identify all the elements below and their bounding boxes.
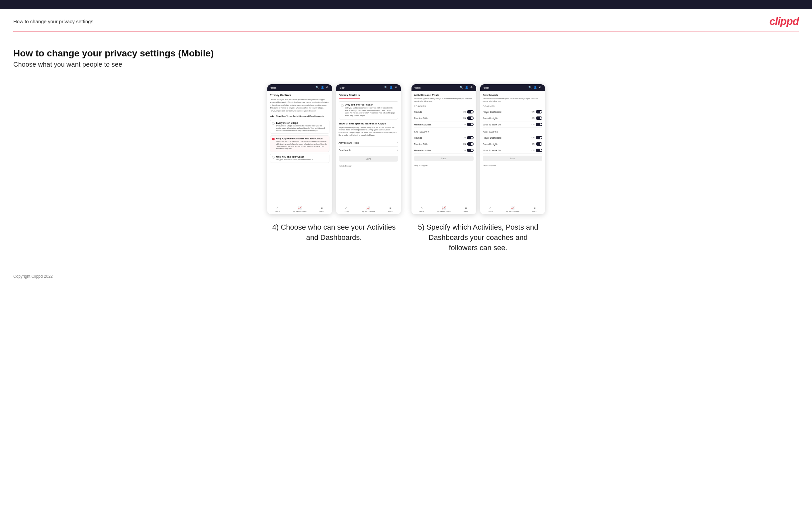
- toggle-row-workon-followers: What To Work On ON: [483, 147, 542, 154]
- drills-coaches-label: Practice Drills: [414, 117, 428, 119]
- toggle-row-rounds-followers: Rounds ON: [414, 135, 473, 141]
- toggle-row-drills-coaches: Practice Drills ON: [414, 115, 473, 121]
- bottom-nav-home[interactable]: ⌂ Home: [275, 206, 280, 212]
- bottom-nav-performance-3[interactable]: 📈 My Performance: [437, 206, 450, 212]
- phone-2-bottom-nav: ⌂ Home 📈 My Performance ≡ Menu: [336, 204, 401, 214]
- phone-4-nav: ‹ Back 🔍 👤 ⚙: [480, 84, 545, 91]
- bottom-nav-home-label-3: Home: [419, 210, 424, 212]
- page-subtitle: Choose what you want people to see: [13, 61, 799, 68]
- menu-icon-4: ≡: [534, 206, 536, 210]
- player-followers-toggle[interactable]: [536, 136, 542, 139]
- drills-coaches-toggle[interactable]: [467, 116, 473, 120]
- bottom-nav-home-4[interactable]: ⌂ Home: [488, 206, 493, 212]
- radio-everyone-circle: [272, 122, 275, 125]
- phone-3-bottom-nav: ⌂ Home 📈 My Performance ≡ Menu: [411, 204, 476, 214]
- search-icon[interactable]: 🔍: [315, 86, 319, 89]
- dashboards-title: Dashboards: [483, 94, 542, 97]
- bottom-nav-menu-label: Menu: [319, 210, 324, 212]
- nav-activities[interactable]: Activities and Posts ›: [339, 139, 398, 147]
- radio-everyone[interactable]: Everyone on Clippd Everyone on Clippd ca…: [270, 120, 329, 134]
- bottom-nav-menu-label-2: Menu: [388, 210, 393, 212]
- player-followers-on-label: ON: [532, 137, 535, 139]
- manual-followers-toggle[interactable]: [467, 149, 473, 152]
- save-button-2[interactable]: Save: [339, 156, 398, 162]
- phone-3-nav: ‹ Back 🔍 👤 ⚙: [411, 84, 476, 91]
- callout-radio: [341, 104, 344, 107]
- radio-approved-title: Only Approved Followers and Your Coach: [276, 137, 327, 140]
- drills-followers-toggle-right: ON: [463, 143, 473, 146]
- bottom-nav-menu-4[interactable]: ≡ Menu: [532, 206, 537, 212]
- activities-title: Activities and Posts: [414, 94, 473, 97]
- rounds-followers-on-label: ON: [463, 137, 466, 139]
- phone-4-bottom-nav: ⌂ Home 📈 My Performance ≡ Menu: [480, 204, 545, 214]
- manual-coaches-toggle[interactable]: [467, 123, 473, 126]
- person-icon[interactable]: 👤: [321, 86, 324, 89]
- bottom-nav-menu-label-3: Menu: [464, 210, 468, 212]
- search-icon-4[interactable]: 🔍: [528, 86, 532, 89]
- insights-followers-on-label: ON: [532, 143, 535, 145]
- workon-followers-label: What To Work On: [483, 149, 501, 152]
- drills-followers-label: Practice Drills: [414, 143, 428, 145]
- phone-3-back[interactable]: ‹ Back: [414, 87, 421, 89]
- drills-followers-toggle[interactable]: [467, 143, 473, 146]
- person-icon-2[interactable]: 👤: [390, 86, 393, 89]
- manual-coaches-toggle-right: ON: [463, 123, 473, 126]
- bottom-nav-performance-2[interactable]: 📈 My Performance: [362, 206, 375, 212]
- show-hide-title: Show or hide specific features in Clippd: [339, 122, 398, 125]
- person-icon-4[interactable]: 👤: [534, 86, 537, 89]
- bottom-nav-home-2[interactable]: ⌂ Home: [344, 206, 349, 212]
- radio-only-you-title: Only You and Your Coach: [276, 156, 313, 158]
- phone-2-nav: ‹ Back 🔍 👤 ⚙: [336, 84, 401, 91]
- bottom-nav-performance-4[interactable]: 📈 My Performance: [506, 206, 519, 212]
- bottom-nav-performance-label-3: My Performance: [437, 210, 450, 212]
- drills-coaches-on-label: ON: [463, 117, 466, 119]
- bottom-nav-menu-2[interactable]: ≡ Menu: [388, 206, 393, 212]
- header: How to change your privacy settings clip…: [0, 9, 812, 32]
- workon-followers-toggle[interactable]: [536, 149, 542, 152]
- phone-1-nav: ‹ < BackBack 🔍 👤 ⚙: [267, 84, 332, 91]
- settings-icon-2[interactable]: ⚙: [395, 86, 398, 89]
- phone-1-back[interactable]: ‹ < BackBack: [270, 87, 276, 89]
- bottom-nav-home-3[interactable]: ⌂ Home: [419, 206, 424, 212]
- toggle-row-manual-coaches: Manual Activities ON: [414, 121, 473, 128]
- person-icon-3[interactable]: 👤: [465, 86, 468, 89]
- phone-2-back[interactable]: ‹ Back: [339, 87, 345, 89]
- insights-coaches-toggle[interactable]: [536, 116, 542, 120]
- radio-approved[interactable]: Only Approved Followers and Your Coach O…: [270, 135, 329, 152]
- callout-title: Only You and Your Coach: [345, 104, 396, 106]
- settings-icon[interactable]: ⚙: [326, 86, 329, 89]
- chart-icon-4: 📈: [510, 206, 514, 210]
- settings-icon-4[interactable]: ⚙: [539, 86, 542, 89]
- search-icon-3[interactable]: 🔍: [460, 86, 463, 89]
- workon-followers-on-label: ON: [532, 149, 535, 151]
- player-coaches-toggle[interactable]: [536, 110, 542, 113]
- menu-icon-2: ≡: [390, 206, 392, 210]
- drills-followers-on-label: ON: [463, 143, 466, 145]
- radio-only-you-text: Only You and Your Coach Only you and the…: [276, 156, 313, 161]
- rounds-followers-toggle[interactable]: [467, 136, 473, 139]
- insights-followers-toggle[interactable]: [536, 143, 542, 146]
- bottom-nav-menu[interactable]: ≡ Menu: [319, 206, 324, 212]
- bottom-nav-performance[interactable]: 📈 My Performance: [293, 206, 306, 212]
- chart-icon-3: 📈: [442, 206, 446, 210]
- search-icon-2[interactable]: 🔍: [384, 86, 388, 89]
- rounds-followers-label: Rounds: [414, 137, 422, 139]
- rounds-coaches-toggle[interactable]: [467, 110, 473, 113]
- save-button-4[interactable]: Save: [483, 156, 542, 161]
- toggle-row-manual-followers: Manual Activities ON: [414, 147, 473, 154]
- radio-only-you[interactable]: Only You and Your Coach Only you and the…: [270, 154, 329, 163]
- workon-coaches-on-label: ON: [532, 123, 535, 125]
- workon-coaches-toggle[interactable]: [536, 123, 542, 126]
- help-support-3: Help & Support: [414, 165, 473, 167]
- save-button-3[interactable]: Save: [414, 156, 473, 161]
- caption-5: 5) Specify which Activities, Posts and D…: [415, 222, 541, 253]
- nav-dashboards[interactable]: Dashboards ›: [339, 147, 398, 154]
- phone-4-back[interactable]: ‹ Back: [483, 87, 490, 89]
- player-coaches-on-label: ON: [532, 111, 535, 113]
- bottom-nav-performance-label-2: My Performance: [362, 210, 375, 212]
- screenshot-pair-4: ‹ < BackBack 🔍 👤 ⚙ Privacy Controls Cont…: [267, 84, 401, 214]
- privacy-controls-desc: Control how you and your data appears to…: [270, 98, 329, 112]
- manual-followers-toggle-right: ON: [463, 149, 473, 152]
- settings-icon-3[interactable]: ⚙: [470, 86, 473, 89]
- bottom-nav-menu-3[interactable]: ≡ Menu: [464, 206, 468, 212]
